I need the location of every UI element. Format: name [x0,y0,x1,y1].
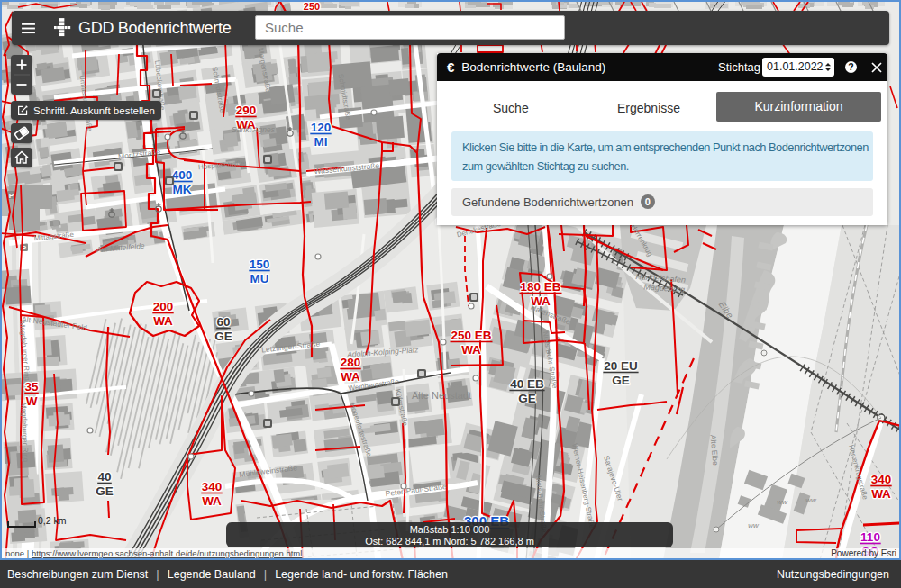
svg-text:MU: MU [250,272,269,285]
svg-text:250 EB: 250 EB [450,329,491,342]
svg-text:110: 110 [860,530,880,544]
svg-text:40: 40 [97,470,111,484]
svg-text:GE: GE [518,392,536,405]
svg-text:Sankt Agnes: Sankt Agnes [232,125,276,134]
svg-text:MI: MI [314,135,328,149]
svg-text:290: 290 [236,104,257,117]
svg-text:WA: WA [871,487,891,501]
svg-text:400: 400 [172,168,193,182]
svg-text:WA: WA [461,343,481,357]
svg-text:35: 35 [24,380,39,394]
svg-text:340: 340 [202,480,223,493]
svg-text:ww: ww [805,496,817,504]
svg-text:150: 150 [250,258,270,271]
svg-text:GE: GE [214,330,232,343]
svg-text:340: 340 [871,473,892,486]
svg-text:P: P [9,192,14,200]
svg-text:180 EB: 180 EB [520,280,560,294]
svg-text:200: 200 [153,300,174,313]
svg-text:WA: WA [341,370,360,384]
svg-text:60: 60 [216,315,230,329]
svg-text:WA: WA [202,494,222,508]
svg-text:20 EU: 20 EU [604,359,638,373]
svg-text:MK: MK [173,183,192,196]
svg-text:ww: ww [748,521,760,529]
svg-text:GE: GE [96,484,114,498]
svg-text:Alte Neustadt: Alte Neustadt [412,390,471,401]
svg-text:40 EB: 40 EB [510,377,544,391]
svg-text:WA: WA [153,314,173,328]
svg-text:120: 120 [311,121,332,134]
svg-text:ww: ww [777,498,788,506]
svg-text:GE: GE [612,374,630,387]
